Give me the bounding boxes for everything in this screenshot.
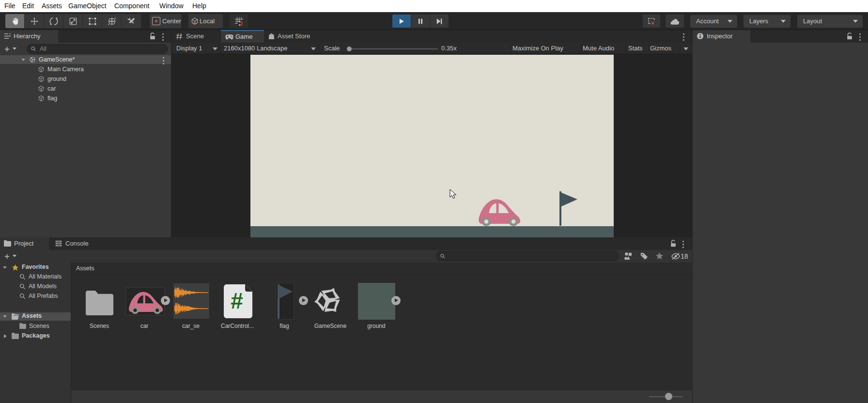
svg-text:#: # (231, 288, 243, 313)
